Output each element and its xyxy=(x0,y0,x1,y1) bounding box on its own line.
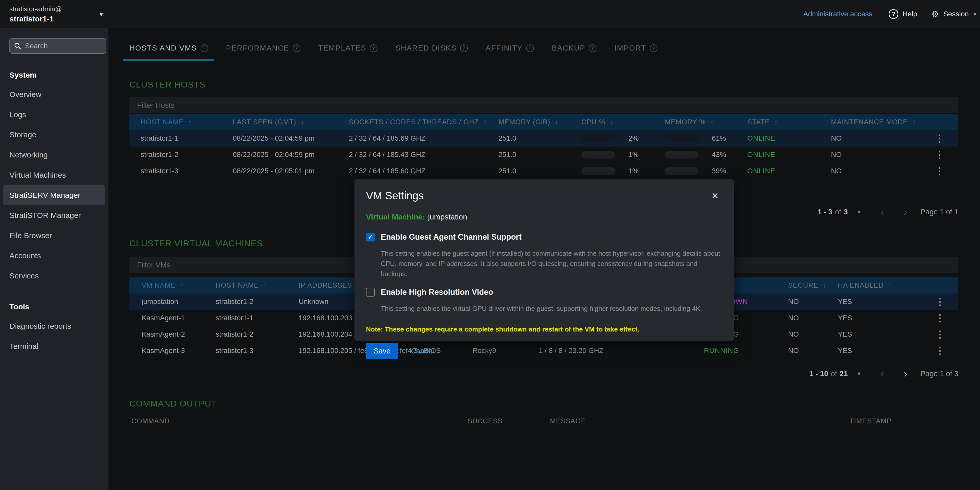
guest-agent-checkbox-row[interactable]: Enable Guest Agent Channel Support xyxy=(366,232,719,242)
cpu-usage-bar: 1% xyxy=(581,151,665,159)
help-icon: ? xyxy=(370,45,377,52)
status-badge: ONLINE xyxy=(747,167,831,175)
tab-performance[interactable]: PERFORMANCE? xyxy=(220,44,307,61)
sidebar-item-networking[interactable]: Networking xyxy=(3,145,105,165)
help-icon: ? xyxy=(460,45,468,52)
help-icon: ? xyxy=(589,45,597,52)
sort-icon: ↕ xyxy=(263,282,267,290)
command-output-title: COMMAND OUTPUT xyxy=(129,399,958,409)
checkbox-unchecked-icon[interactable] xyxy=(366,288,375,297)
hosts-col-cpu-pct[interactable]: CPU %↕ xyxy=(581,118,665,126)
hosts-col-last-seen[interactable]: LAST SEEN (GMT)↕ xyxy=(233,118,349,126)
table-row[interactable]: stratistor1-3 08/22/2025 - 02:05:01 pm 2… xyxy=(129,163,958,179)
sort-icon: ↕ xyxy=(710,118,714,126)
page-size-dropdown[interactable]: ▾ xyxy=(858,208,861,215)
search-input[interactable] xyxy=(25,42,97,50)
sidebar-search[interactable] xyxy=(10,38,106,54)
tab-templates[interactable]: TEMPLATES? xyxy=(312,44,383,61)
tab-hosts-and-vms[interactable]: HOSTS AND VMS? xyxy=(123,44,215,61)
help-label: Help xyxy=(902,10,917,18)
app-root: stratistor-admin@ stratistor1-1 ▾ Admini… xyxy=(0,0,980,490)
table-row[interactable]: stratistor1-2 08/22/2025 - 02:04:59 pm 2… xyxy=(129,146,958,163)
restart-note: Note: These changes require a complete s… xyxy=(366,325,719,333)
status-badge: ONLINE xyxy=(747,134,831,142)
page-size-dropdown[interactable]: ▾ xyxy=(858,370,861,377)
filter-hosts-input[interactable] xyxy=(129,97,958,113)
administrative-access-link[interactable]: Administrative access xyxy=(803,10,872,18)
hosts-col-state[interactable]: STATE↕ xyxy=(747,118,831,126)
hosts-col-memory-pct[interactable]: MEMORY %↕ xyxy=(665,118,747,126)
sidebar-item-stratistor-manager[interactable]: StratiSTOR Manager xyxy=(3,205,105,225)
vms-col-vm-name[interactable]: VM NAME↑ xyxy=(142,282,216,290)
help-icon: ? xyxy=(293,45,301,52)
save-button[interactable]: Save xyxy=(366,343,398,359)
sidebar-item-virtual-machines[interactable]: Virtual Machines xyxy=(3,165,105,185)
user-host: stratistor1-1 xyxy=(10,14,62,23)
chevron-down-icon[interactable]: ▾ xyxy=(974,11,977,18)
vms-col-host-name[interactable]: HOST NAME↕ xyxy=(216,282,299,290)
help-icon: ? xyxy=(650,45,657,52)
prev-page-button[interactable]: ‹ xyxy=(880,206,884,218)
sidebar-heading-system: System xyxy=(0,66,108,84)
vm-label: Virtual Machine: xyxy=(366,213,425,221)
kebab-menu-icon[interactable]: ⋮ xyxy=(924,346,945,355)
hosts-col-maintenance[interactable]: MAINTENANCE MODE↕ xyxy=(831,118,919,126)
sidebar-item-file-browser[interactable]: File Browser xyxy=(3,225,105,245)
vm-settings-modal: VM Settings ✕ Virtual Machine:jumpstatio… xyxy=(355,180,734,341)
sidebar-item-terminal[interactable]: Terminal xyxy=(3,336,105,356)
sort-icon: ↕ xyxy=(610,118,614,126)
table-row[interactable]: stratistor1-1 08/22/2025 - 02:04:59 pm 2… xyxy=(129,130,958,146)
sidebar-item-storage[interactable]: Storage xyxy=(3,124,105,145)
close-icon[interactable]: ✕ xyxy=(711,191,719,201)
cmd-col-command: COMMAND xyxy=(131,417,468,425)
sort-icon: ↕ xyxy=(555,118,558,126)
memory-usage-bar: 43% xyxy=(665,151,747,159)
cmd-col-timestamp: TIMESTAMP xyxy=(850,417,958,425)
hosts-col-host-name[interactable]: HOST NAME↑ xyxy=(141,118,233,126)
sidebar-item-accounts[interactable]: Accounts xyxy=(3,245,105,266)
kebab-menu-icon[interactable]: ⋮ xyxy=(919,150,944,159)
status-badge: ONLINE xyxy=(747,151,831,159)
sort-icon: ↕ xyxy=(301,118,304,126)
user-name: stratistor-admin@ xyxy=(10,5,62,13)
kebab-menu-icon[interactable]: ⋮ xyxy=(924,329,945,339)
sidebar-item-services[interactable]: Services xyxy=(3,266,105,286)
sort-ascending-icon: ↑ xyxy=(188,118,192,126)
next-page-button[interactable]: › xyxy=(904,206,907,218)
high-res-video-checkbox-row[interactable]: Enable High Resolution Video xyxy=(366,288,719,297)
sidebar-item-logs[interactable]: Logs xyxy=(3,104,105,124)
vm-name-value: jumpstation xyxy=(428,213,467,221)
sidebar-item-overview[interactable]: Overview xyxy=(3,84,105,104)
cancel-button[interactable]: Cancel xyxy=(411,347,434,355)
vms-pagination: 1 - 10of21 ▾ ‹ › Page 1 of 3 xyxy=(129,366,958,382)
kebab-menu-icon[interactable]: ⋮ xyxy=(919,134,944,143)
vms-col-secure[interactable]: SECURE↕ xyxy=(788,282,838,290)
tab-affinity[interactable]: AFFINITY? xyxy=(479,44,540,61)
modal-title: VM Settings xyxy=(366,189,424,202)
guest-agent-description: This setting enables the guest agent (if… xyxy=(381,248,723,279)
sidebar-item-diagnostic-reports[interactable]: Diagnostic reports xyxy=(3,316,105,336)
kebab-menu-icon[interactable]: ⋮ xyxy=(919,166,944,176)
sidebar-heading-tools: Tools xyxy=(0,298,108,316)
cmd-col-success: SUCCESS xyxy=(468,417,550,425)
sidebar-item-stratiserv-manager[interactable]: StratiSERV Manager xyxy=(3,185,105,205)
kebab-menu-icon[interactable]: ⋮ xyxy=(924,297,945,307)
tab-backup[interactable]: BACKUP? xyxy=(546,44,603,61)
tab-import[interactable]: IMPORT? xyxy=(608,44,663,61)
kebab-menu-icon[interactable]: ⋮ xyxy=(924,313,945,323)
next-page-button[interactable]: › xyxy=(904,368,907,380)
help-icon: ? xyxy=(889,9,898,19)
help-icon: ? xyxy=(200,45,208,52)
memory-usage-bar: 39% xyxy=(665,167,747,175)
sort-icon: ↕ xyxy=(888,282,892,290)
session-label: Session xyxy=(943,10,969,18)
help-menu[interactable]: ? Help xyxy=(889,9,917,19)
prev-page-button[interactable]: ‹ xyxy=(880,368,884,380)
tab-shared-disks[interactable]: SHARED DISKS? xyxy=(389,44,474,61)
user-menu[interactable]: stratistor-admin@ stratistor1-1 ▾ xyxy=(0,5,108,23)
hosts-col-sockets[interactable]: SOCKETS / CORES / THREADS / GHZ↕ xyxy=(349,118,498,126)
vms-col-ha-enabled[interactable]: HA ENABLED↕ xyxy=(838,282,924,290)
checkbox-checked-icon[interactable] xyxy=(366,233,375,242)
session-menu[interactable]: ⚙ Session xyxy=(932,9,969,19)
hosts-col-memory[interactable]: MEMORY (GiB)↕ xyxy=(498,118,581,126)
